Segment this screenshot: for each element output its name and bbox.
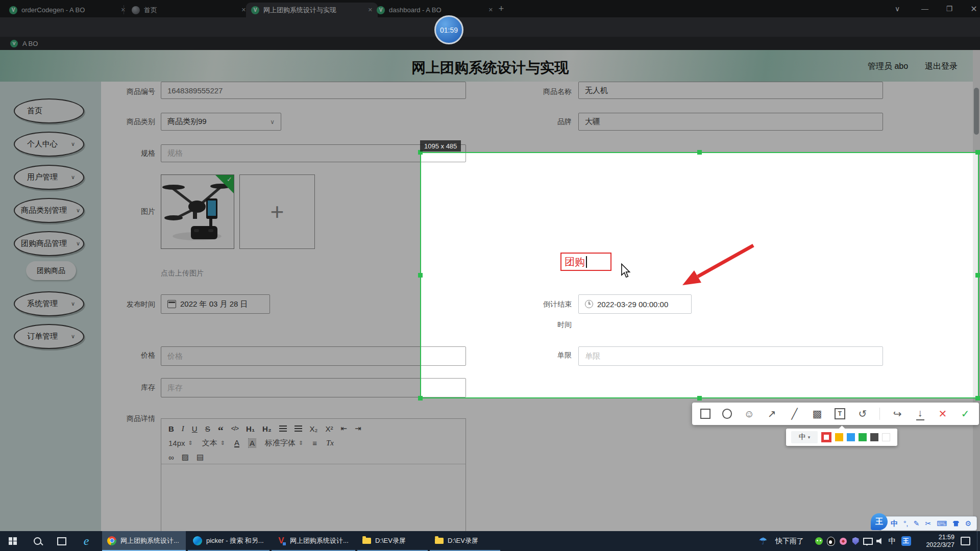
insert-image-icon[interactable]: ▨ (182, 453, 189, 462)
limit-input[interactable]: 单限 (578, 346, 883, 366)
network-tray-icon[interactable] (862, 531, 874, 551)
flower-tray-icon[interactable] (837, 531, 849, 551)
tab-search-icon[interactable]: ∨ (887, 0, 908, 17)
taskbar-button-folder-2[interactable]: D:\EV录屏 (430, 531, 500, 551)
selection-handle-tr[interactable] (975, 150, 980, 155)
close-window-button[interactable]: ✕ (964, 0, 980, 17)
price-input[interactable]: 价格 (161, 346, 466, 366)
shield-tray-icon[interactable] (849, 531, 862, 551)
selection-handle-br[interactable] (975, 396, 980, 400)
taskbar-button-folder-1[interactable]: D:\EV录屏 (357, 531, 428, 551)
background-color-icon[interactable]: A (249, 439, 256, 447)
strikethrough-icon[interactable]: S (205, 424, 210, 433)
text-tool-icon[interactable]: T (835, 408, 846, 419)
cancel-capture-icon[interactable]: ✕ (937, 408, 948, 419)
rectangle-tool-icon[interactable] (700, 409, 710, 419)
insert-video-icon[interactable]: ▤ (197, 453, 204, 462)
taskbar-button-edge[interactable]: picker - 搜索 和另... (188, 531, 270, 551)
arrow-tool-icon[interactable]: ↗ (766, 408, 777, 419)
selection-handle-bl[interactable] (418, 396, 423, 400)
italic-icon[interactable]: I (182, 424, 184, 433)
link-icon[interactable]: ∞ (168, 453, 174, 462)
minimize-button[interactable]: — (915, 0, 935, 17)
sidebar-item-home[interactable]: 首页 (14, 98, 84, 123)
goods-no-input[interactable]: 1648389555227 (161, 82, 466, 99)
taskbar-clock[interactable]: 21:59 2022/3/27 (916, 531, 954, 551)
taskbar-button-doc-app[interactable]: V 网上团购系统设计... (272, 531, 355, 551)
underline-icon[interactable]: U (192, 424, 198, 433)
pen-tool-icon[interactable]: ╱ (789, 408, 800, 419)
volume-tray-icon[interactable] (874, 531, 886, 551)
line-height-icon[interactable]: ≡ (312, 439, 317, 447)
font-family-select[interactable]: 标准字体 ⇕ (265, 438, 303, 448)
color-swatch-blue[interactable] (847, 433, 855, 441)
restore-button[interactable]: ❐ (939, 0, 960, 17)
task-view-icon[interactable] (50, 531, 74, 551)
color-swatch-red-selected[interactable] (821, 432, 831, 442)
clear-format-icon[interactable]: Tx (326, 439, 334, 447)
color-swatch-white[interactable] (882, 433, 890, 441)
tab-dashboard[interactable]: V dashboard - A BO ✕ (372, 3, 498, 17)
taskbar-button-chrome[interactable]: 网上团购系统设计... (102, 531, 186, 551)
ime-skin-icon[interactable] (952, 521, 959, 527)
subscript-icon[interactable]: X₂ (310, 424, 318, 433)
action-center-icon[interactable] (958, 531, 973, 551)
tab-ordercodegen[interactable]: V orderCodegen - A BO ✕ (4, 3, 131, 17)
selection-handle-bm[interactable] (697, 396, 702, 400)
sidebar-item-profile[interactable]: 个人中心 ∨ (14, 132, 84, 157)
superscript-icon[interactable]: X² (325, 424, 333, 433)
sidebar-item-orders[interactable]: 订单管理 ∨ (14, 324, 84, 349)
ie-icon[interactable]: e (75, 531, 98, 551)
indent-icon[interactable]: ⇥ (355, 424, 361, 433)
ime-mode-indicator[interactable]: 中 (886, 531, 898, 551)
ime-keyboard-icon[interactable]: ⌨ (937, 516, 947, 531)
weather-icon[interactable]: ☂ (756, 531, 770, 551)
sidebar-subitem-groupbuy-goods[interactable]: 团购商品 (26, 261, 76, 280)
ime-handwrite-icon[interactable]: ✎ (914, 516, 920, 531)
recording-timer[interactable]: 01:59 (434, 15, 463, 44)
sidebar-item-users[interactable]: 用户管理 ∨ (14, 165, 84, 190)
image-upload-box[interactable]: + (239, 174, 315, 249)
show-desktop-button[interactable] (977, 531, 980, 551)
page-scrollbar-thumb[interactable] (974, 88, 979, 135)
bold-icon[interactable]: B (168, 424, 174, 433)
color-swatch-yellow[interactable] (835, 433, 843, 441)
selection-handle-tm[interactable] (697, 150, 702, 155)
blockquote-icon[interactable]: “ (218, 428, 224, 433)
selection-handle-lm[interactable] (418, 273, 423, 278)
wechat-tray-icon[interactable] (813, 531, 825, 551)
ime-mode-button[interactable]: 中 (891, 516, 898, 531)
text-color-icon[interactable]: A (234, 439, 239, 447)
brand-input[interactable]: 大疆 (578, 113, 883, 131)
undo-icon[interactable]: ↺ (857, 408, 868, 419)
confirm-capture-icon[interactable]: ✓ (960, 408, 971, 419)
ellipse-tool-icon[interactable] (722, 409, 732, 419)
countdown-datetime-picker[interactable]: 2022-03-29 00:00:00 (578, 294, 692, 314)
ime-screenshot-icon[interactable]: ✂ (925, 516, 931, 531)
logout-link[interactable]: 退出登录 (925, 61, 958, 72)
color-swatch-green[interactable] (859, 433, 867, 441)
ime-settings-icon[interactable]: ⚙ (965, 516, 971, 531)
heading2-icon[interactable]: H₂ (262, 424, 272, 433)
tab-tuangou-active[interactable]: V 网上团购系统设计与实现 ✕ (246, 3, 378, 17)
mosaic-tool-icon[interactable]: ▩ (812, 408, 822, 419)
code-icon[interactable]: </> (231, 425, 238, 432)
stock-input[interactable]: 库存 (161, 378, 466, 397)
new-tab-button[interactable]: + (491, 0, 511, 17)
heading1-icon[interactable]: H₁ (246, 424, 255, 433)
ime-logo-tray-icon[interactable]: 王 (899, 531, 913, 551)
sidebar-item-category[interactable]: 商品类别管理 ∨ (14, 198, 84, 223)
annotation-text-box[interactable]: 团购 (560, 253, 611, 271)
ime-logo[interactable]: 王 (871, 513, 888, 530)
qq-tray-icon[interactable] (825, 531, 837, 551)
product-image-thumbnail[interactable]: ✓ (161, 174, 234, 249)
selection-handle-rm[interactable] (975, 273, 980, 278)
tab-close-icon[interactable]: ✕ (241, 7, 246, 13)
weather-text[interactable]: 快下雨了 (770, 531, 810, 551)
stroke-size-select[interactable]: 中 ▾ (791, 431, 818, 443)
sidebar-item-system[interactable]: 系统管理 ∨ (14, 291, 84, 316)
share-icon[interactable]: ↪ (892, 408, 902, 419)
goods-name-input[interactable]: 无人机 (578, 82, 883, 99)
download-icon[interactable]: ↓ (915, 408, 925, 419)
font-size-select[interactable]: 14px ⇕ (168, 439, 193, 447)
